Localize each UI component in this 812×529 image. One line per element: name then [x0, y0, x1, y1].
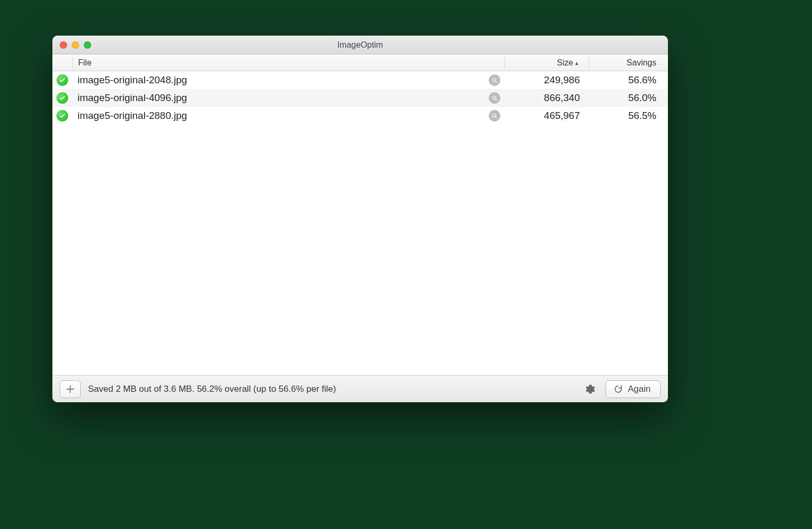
status-cell: [52, 110, 72, 122]
table-row[interactable]: image5-original-4096.jpg866,34056.0%: [52, 89, 668, 107]
checkmark-icon: [57, 110, 68, 122]
table-header: File Size ▲ Savings: [52, 54, 668, 71]
quicklook-button[interactable]: [489, 92, 500, 104]
table-row-empty: [52, 214, 668, 232]
column-header-status[interactable]: [52, 54, 72, 71]
column-header-savings-label: Savings: [627, 58, 656, 68]
file-cell: image5-original-2048.jpg: [72, 74, 506, 86]
preferences-button[interactable]: [583, 381, 598, 397]
table-row-empty: [52, 232, 668, 249]
file-cell: image5-original-4096.jpg: [72, 92, 506, 104]
titlebar: ImageOptim: [52, 36, 668, 54]
table-row-empty: [52, 249, 668, 267]
file-table: image5-original-2048.jpg249,98656.6%imag…: [52, 71, 668, 375]
column-header-file[interactable]: File: [73, 54, 504, 71]
app-window: ImageOptim File Size ▲ Savings image5-or…: [52, 36, 668, 402]
file-cell: image5-original-2880.jpg: [72, 110, 506, 122]
sort-ascending-icon: ▲: [574, 61, 579, 66]
savings-cell: 56.6%: [589, 74, 668, 86]
add-files-button[interactable]: [60, 380, 81, 398]
checkmark-icon: [57, 74, 68, 86]
file-name: image5-original-2048.jpg: [78, 74, 485, 86]
column-header-size[interactable]: Size ▲: [505, 54, 589, 71]
savings-cell: 56.5%: [589, 110, 668, 122]
table-row-empty: [52, 160, 668, 178]
plus-icon: [65, 384, 75, 394]
table-row-empty: [52, 285, 668, 303]
zoom-window-button[interactable]: [84, 41, 91, 49]
minimize-window-button[interactable]: [72, 41, 79, 49]
table-row-empty: [52, 178, 668, 196]
status-text: Saved 2 MB out of 3.6 MB. 56.2% overall …: [88, 384, 575, 394]
table-row-empty: [52, 338, 668, 356]
file-name: image5-original-4096.jpg: [78, 92, 485, 104]
again-button-label: Again: [628, 384, 651, 394]
close-window-button[interactable]: [60, 41, 67, 49]
column-header-file-label: File: [78, 58, 92, 68]
table-row-empty: [52, 142, 668, 160]
status-cell: [52, 92, 72, 104]
column-header-size-label: Size: [557, 58, 573, 68]
table-row-empty: [52, 321, 668, 338]
file-name: image5-original-2880.jpg: [78, 110, 485, 122]
window-title: ImageOptim: [52, 40, 668, 50]
table-row-empty: [52, 196, 668, 214]
size-cell: 249,986: [506, 74, 589, 86]
checkmark-icon: [57, 92, 68, 104]
table-row-empty: [52, 125, 668, 142]
status-cell: [52, 74, 72, 86]
size-cell: 866,340: [506, 92, 589, 104]
size-cell: 465,967: [506, 110, 589, 122]
table-row-empty: [52, 356, 668, 374]
column-header-savings[interactable]: Savings: [589, 54, 668, 71]
window-controls: [60, 41, 91, 49]
savings-cell: 56.0%: [589, 92, 668, 104]
table-row-empty: [52, 267, 668, 285]
table-row[interactable]: image5-original-2880.jpg465,96756.5%: [52, 107, 668, 125]
table-row-empty: [52, 303, 668, 321]
again-button[interactable]: Again: [606, 380, 661, 398]
footer-toolbar: Saved 2 MB out of 3.6 MB. 56.2% overall …: [52, 375, 668, 402]
quicklook-button[interactable]: [489, 74, 500, 86]
gear-icon: [585, 383, 596, 395]
quicklook-button[interactable]: [489, 110, 500, 122]
table-row[interactable]: image5-original-2048.jpg249,98656.6%: [52, 71, 668, 89]
refresh-icon: [613, 384, 623, 394]
